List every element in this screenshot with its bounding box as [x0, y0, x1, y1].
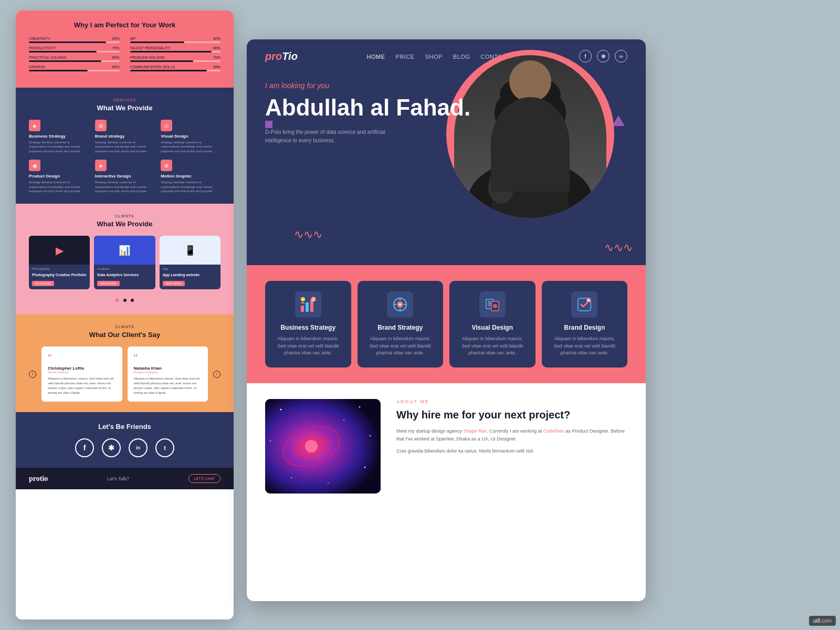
- codelines-link[interactable]: Codelines: [543, 428, 564, 434]
- nav-link-price[interactable]: PRICE: [396, 54, 415, 60]
- hero-person-image: [454, 55, 606, 218]
- nav-item-blog[interactable]: BLOG: [453, 51, 470, 61]
- brand-design-card-icon: [571, 291, 597, 318]
- facebook-icon[interactable]: f: [75, 438, 94, 457]
- service-item: ⊞ Brand strategy Strategy develop custom…: [95, 120, 155, 153]
- nav-item-home[interactable]: HOME: [367, 51, 385, 61]
- svg-point-31: [280, 408, 282, 410]
- services-grid: ◈ Business Strategy Strategy develop cus…: [29, 120, 220, 193]
- dot-2[interactable]: [123, 299, 127, 302]
- galaxy-svg: [265, 399, 381, 494]
- product-design-icon: ◉: [29, 160, 40, 171]
- right-panel-desktop: proTio HOME PRICE SHOP BLOG CONTACT f ✱ …: [247, 39, 646, 601]
- dot-3[interactable]: [131, 299, 134, 302]
- svg-rect-24: [488, 305, 490, 306]
- about-text-2: Cras gravida bibendum dolor ka rarius. M…: [396, 447, 627, 455]
- left-footer: protio Let's Talk? LET'S CHAT: [16, 468, 234, 489]
- visual-design-card-icon: [479, 291, 506, 318]
- svg-point-6: [516, 118, 524, 123]
- svg-point-7: [537, 118, 545, 123]
- portfolio-read-more-3[interactable]: READ MORE: [163, 281, 185, 286]
- skills-section: Why I am Perfect for Your Work CREATIVIT…: [16, 10, 234, 88]
- portfolio-read-more-1[interactable]: READ MORE: [32, 281, 54, 286]
- social-icons: f ✱ in t: [29, 438, 220, 457]
- testimonial-card-1: " Christopher Loftis Senior Director Ali…: [41, 346, 122, 402]
- motion-graphic-icon: ⊗: [161, 160, 172, 171]
- person-svg: [454, 55, 606, 218]
- svg-rect-23: [488, 303, 492, 304]
- nav-link-shop[interactable]: SHOP: [425, 54, 443, 60]
- dot-1[interactable]: [116, 299, 119, 302]
- testimonial-role-1: Senior Director: [48, 371, 116, 374]
- hero-name: Abdullah al Fahad.: [265, 95, 470, 120]
- services-title: What We Provide: [29, 104, 220, 112]
- linkedin-icon[interactable]: in: [129, 438, 148, 457]
- service-card-business: Business Strategy Aliquam in bibendum ma…: [265, 281, 351, 368]
- svg-point-32: [343, 419, 344, 421]
- hero-description: D-Polo bring the power of data science a…: [265, 128, 412, 145]
- service-item: ◉ Product Design Strategy develop custom…: [29, 160, 89, 193]
- about-content: ABOUT ME Why hire me for your next proje…: [396, 399, 627, 494]
- testimonial-next[interactable]: ›: [213, 371, 220, 378]
- social-section: Let's Be Friends f ✱ in t: [16, 412, 234, 468]
- nav-link-blog[interactable]: BLOG: [453, 54, 470, 60]
- nav-facebook-icon[interactable]: f: [579, 50, 592, 62]
- nav-linkedin-icon[interactable]: in: [615, 50, 627, 62]
- deco-triangle: [612, 116, 625, 126]
- service-card-desc-1: Aliquam in bibendum mauris. Sed vitae er…: [273, 335, 343, 357]
- service-card-brand-design: Brand Design Aliquam in bibendum mauris.…: [542, 281, 628, 368]
- footer-chat-button[interactable]: LET'S CHAT: [188, 474, 220, 483]
- service-card-title-3: Visual Design: [457, 324, 528, 331]
- skills-grid: CREATIVITY85% PRODUCTIVITY75% PRACTICAL …: [29, 37, 220, 75]
- svg-point-5: [547, 97, 566, 129]
- portfolio-card: 📱 App App Landing website READ MORE: [160, 236, 220, 289]
- skill-item: COMMUNICATION SKILLS85%: [130, 65, 221, 71]
- nav-dribbble-icon[interactable]: ✱: [597, 50, 610, 62]
- shape-rex-link[interactable]: Shape Rex: [464, 428, 487, 434]
- testimonials-title: What Our Client's Say: [29, 331, 220, 339]
- skill-item: PRACTICAL SOLVING80%: [29, 56, 120, 62]
- skill-item: CREATIVITY85%: [29, 37, 120, 43]
- nav-logo: proTio: [265, 50, 298, 62]
- footer-logo: protio: [29, 475, 48, 483]
- testimonial-text-1: Aliquam in bibendum mauris. Sed vitae er…: [48, 376, 116, 395]
- testimonial-role-2: Product Designer: [134, 371, 202, 374]
- service-card-title-1: Business Strategy: [273, 324, 343, 331]
- skill-item: PROBLEM SOLVING70%: [130, 56, 221, 62]
- service-card-title-2: Brand Strategy: [365, 324, 436, 331]
- nav-link-home[interactable]: HOME: [367, 54, 385, 60]
- dribbble-icon[interactable]: ✱: [102, 438, 121, 457]
- service-card-desc-3: Aliquam in bibendum mauris. Sed vitae er…: [457, 335, 528, 357]
- svg-point-4: [495, 97, 513, 129]
- testimonial-prev[interactable]: ‹: [29, 371, 36, 378]
- about-text: Meet my startup design agency Shape Rex.…: [396, 427, 627, 444]
- portfolio-thumbnail-3: 📱: [160, 236, 220, 265]
- svg-point-15: [301, 297, 305, 301]
- business-strategy-icon: ◈: [29, 120, 40, 131]
- nav-item-shop[interactable]: SHOP: [425, 51, 443, 61]
- testimonials-section: CLIENTS What Our Client's Say ‹ " Christ…: [16, 314, 234, 412]
- nav-item-price[interactable]: PRICE: [396, 51, 415, 61]
- svg-rect-10: [301, 306, 304, 312]
- svg-point-14: [312, 298, 314, 300]
- testimonials-grid: ‹ " Christopher Loftis Senior Director A…: [29, 346, 220, 402]
- hero-section: proTio HOME PRICE SHOP BLOG CONTACT f ✱ …: [247, 39, 646, 265]
- portfolio-thumbnail-2: 📊: [94, 236, 155, 265]
- service-item: ◈ Interactive Design Strategy develop cu…: [95, 160, 155, 193]
- nav-links: HOME PRICE SHOP BLOG CONTACT: [367, 51, 510, 61]
- skill-item: PRODUCTIVITY75%: [29, 46, 120, 52]
- svg-rect-1: [522, 131, 538, 147]
- testimonial-text-2: Aliquam in bibendum mauris. Sed vitae er…: [134, 376, 202, 395]
- services-pink-section: Business Strategy Aliquam in bibendum ma…: [247, 265, 646, 383]
- portfolio-card: 📊 Analytics Data Analytics Services READ…: [94, 236, 155, 289]
- svg-point-38: [370, 435, 371, 436]
- quote-mark-2: ": [134, 353, 202, 363]
- hero-person-circle: [446, 50, 614, 218]
- portfolio-read-more-2[interactable]: READ MORE: [97, 281, 119, 286]
- deco-wave-right: ∿∿∿: [604, 241, 633, 255]
- skills-col-right: WP60% TALENT PERSONALITY90% PROBLEM SOLV…: [130, 37, 221, 75]
- business-strategy-card-icon: [295, 291, 321, 318]
- about-title: Why hire me for your next project?: [396, 408, 627, 421]
- twitter-icon[interactable]: t: [155, 438, 174, 457]
- interactive-design-icon: ◈: [95, 160, 107, 171]
